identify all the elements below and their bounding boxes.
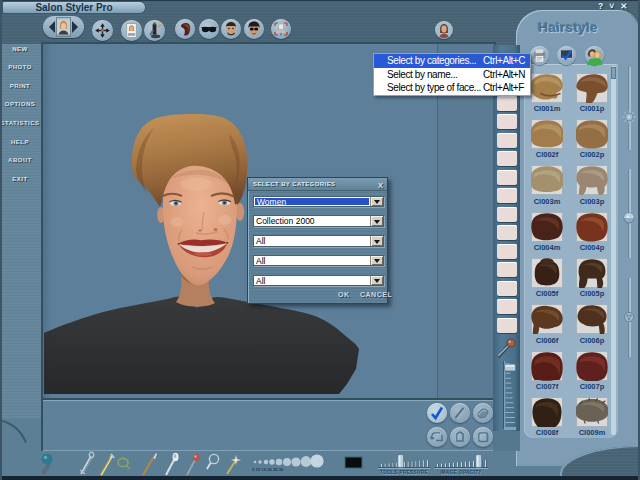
svg-text:5 10 15 20 25 30: 5 10 15 20 25 30 bbox=[252, 467, 284, 472]
